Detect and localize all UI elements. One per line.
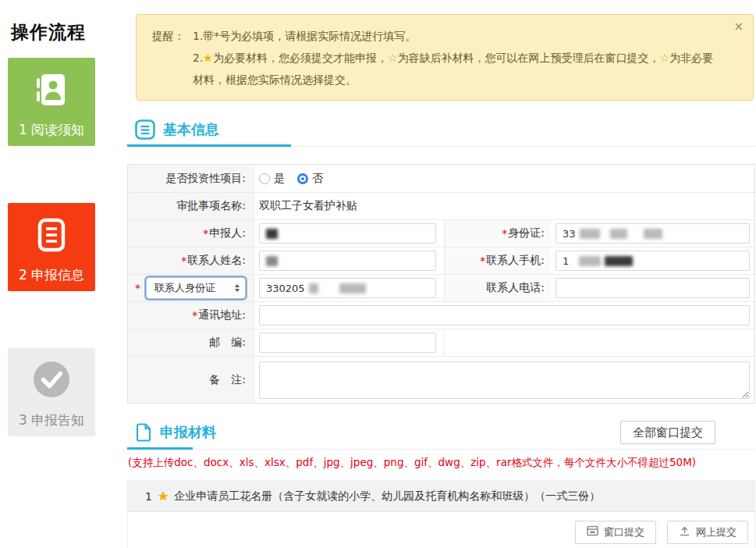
active-underline <box>127 447 193 450</box>
basic-info-form: 是否投资性项目: 是 否 审批事项名称: 双职工子女看护补贴 *申报 <box>127 164 755 404</box>
contact-id-input[interactable]: 330205 <box>259 278 436 298</box>
hollow-star-icon: ☆ <box>659 52 669 64</box>
step-label: 1 阅读须知 <box>19 121 84 146</box>
field-label: 联系人电话: <box>486 281 545 295</box>
contact-tel-input[interactable] <box>555 278 750 298</box>
material-item: 1 ★ 企业申请员工花名册（含子女就读的小学、幼儿园及托育机构名称和班级）（一式… <box>127 480 755 548</box>
main-content: × 提醒： 1.带*号为必填项，请根据实际情况进行填写。 2.★为必要材料，您必… <box>127 0 756 548</box>
form-row-address: *通讯地址: <box>128 301 754 329</box>
radio-option-no[interactable]: 否 <box>297 172 323 186</box>
form-row-contact-name-mobile: *联系人姓名: *联系人手机: 1 <box>128 247 754 274</box>
remark-textarea[interactable] <box>259 361 750 399</box>
section-rule <box>127 447 755 450</box>
form-row-contact-id-tel: * 联系人身份证 330205 联系人电话: <box>128 274 754 301</box>
sidebar-title: 操作流程 <box>11 20 127 44</box>
material-item-header: 1 ★ 企业申请员工花名册（含子女就读的小学、幼儿园及托育机构名称和班级）（一式… <box>128 481 754 512</box>
required-star-icon: ★ <box>158 489 169 504</box>
item-name-value: 双职工子女看护补贴 <box>254 193 754 219</box>
hollow-star-icon: ☆ <box>388 52 398 64</box>
document-icon <box>31 203 72 266</box>
radio-option-yes[interactable]: 是 <box>259 172 285 186</box>
material-item-body: 窗口提交 网上提交 <box>128 512 754 548</box>
upload-format-note: (支持上传doc、docx、xls、xlsx、pdf、jpg、jpeg、png、… <box>128 456 755 470</box>
form-row-item-name: 审批事项名称: 双职工子女看护补贴 <box>128 192 754 219</box>
field-label: 通讯地址: <box>198 308 246 322</box>
contact-mobile-input[interactable]: 1 <box>555 251 750 271</box>
form-row-zip: 邮 编: <box>128 329 754 356</box>
basic-info-icon <box>135 119 155 140</box>
materials-icon <box>135 422 152 443</box>
materials-header: 申报材料 全部窗口提交 <box>135 421 755 444</box>
select-spinner-icon <box>235 284 240 292</box>
step-declare-result[interactable]: 3 申报告知 <box>8 348 95 436</box>
active-underline <box>127 144 291 147</box>
field-label: 身份证: <box>508 226 545 240</box>
material-name: 企业申请员工花名册（含子女就读的小学、幼儿园及托育机构名称和班级）（一式三份） <box>174 489 600 504</box>
field-label: 联系人手机: <box>486 254 545 268</box>
field-label: 审批事项名称: <box>128 193 254 219</box>
notice-line-2: 2.★为必要材料，您必须提交才能申报，☆为容缺后补材料，您可以在网上预受理后在窗… <box>193 47 722 91</box>
section-title: 申报材料 <box>160 423 216 442</box>
radio-no[interactable] <box>297 173 308 184</box>
material-index: 1 <box>145 490 152 503</box>
id-card-input[interactable]: 33 <box>555 223 750 244</box>
online-submit-button[interactable]: 网上提交 <box>667 521 748 544</box>
field-label: 申报人: <box>209 226 246 240</box>
filled-star-icon: ★ <box>203 52 213 64</box>
form-row-declarant-id: *申报人: *身份证: 33 <box>128 219 754 247</box>
section-title: 基本信息 <box>163 120 219 139</box>
contact-name-input[interactable] <box>259 251 436 271</box>
close-icon[interactable]: × <box>733 21 744 33</box>
upload-icon <box>679 525 690 539</box>
form-row-remark: 备 注: <box>128 356 754 403</box>
notice-banner: × 提醒： 1.带*号为必填项，请根据实际情况进行填写。 2.★为必要材料，您必… <box>136 14 754 101</box>
process-sidebar: 操作流程 1 阅读须知 <box>0 0 127 548</box>
field-label: 备 注: <box>128 357 254 403</box>
radio-yes[interactable] <box>259 173 270 184</box>
contact-id-type-select[interactable]: 联系人身份证 <box>146 277 246 299</box>
declarant-input[interactable] <box>259 223 436 244</box>
field-label: 邮 编: <box>128 329 254 356</box>
submit-all-window-button[interactable]: 全部窗口提交 <box>620 421 715 444</box>
basic-info-header: 基本信息 <box>135 118 755 141</box>
address-book-icon <box>31 58 72 121</box>
page: 操作流程 1 阅读须知 <box>0 0 756 548</box>
address-input[interactable] <box>259 305 750 326</box>
check-icon <box>30 348 73 411</box>
step-label: 2 申报信息 <box>19 266 84 291</box>
field-label: 联系人姓名: <box>187 254 246 268</box>
notice-line-1: 1.带*号为必填项，请根据实际情况进行填写。 <box>193 25 722 47</box>
zip-input[interactable] <box>259 333 436 353</box>
step-label: 3 申报告知 <box>19 411 84 436</box>
window-submit-button[interactable]: 窗口提交 <box>575 521 656 544</box>
step-read-notice[interactable]: 1 阅读须知 <box>8 58 95 146</box>
notice-label: 提醒： <box>152 25 185 91</box>
section-rule <box>127 144 755 147</box>
step-declare-info[interactable]: 2 申报信息 <box>8 203 95 291</box>
form-row-invest: 是否投资性项目: 是 否 <box>128 165 754 192</box>
window-submit-icon <box>587 525 598 539</box>
field-label: 是否投资性项目: <box>128 165 254 192</box>
